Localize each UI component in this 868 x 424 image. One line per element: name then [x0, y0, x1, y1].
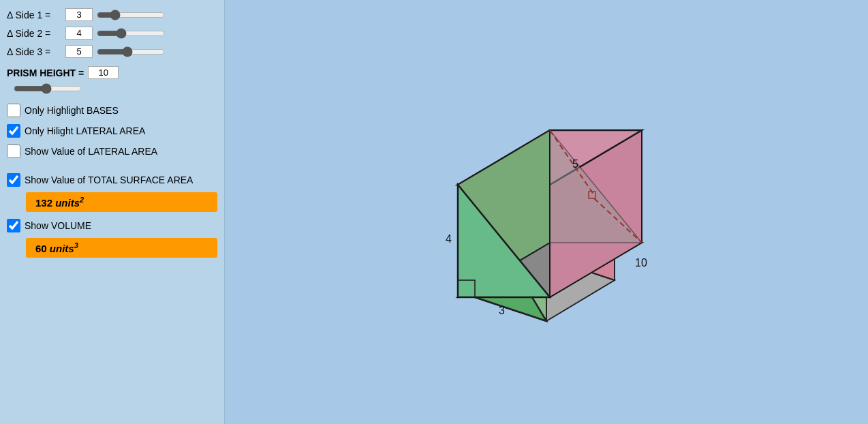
cb-show-lateral[interactable] — [7, 145, 20, 158]
height-label: PRISM HEIGHT = — [7, 67, 84, 78]
cb-bases[interactable] — [7, 104, 20, 117]
height-slider[interactable] — [14, 83, 82, 94]
side1-slider[interactable] — [97, 10, 165, 20]
height-row: PRISM HEIGHT = — [7, 66, 217, 79]
cb-show-lateral-label: Show Value of LATERAL AREA — [25, 146, 157, 157]
total-area-unit: units2 — [55, 197, 84, 209]
cb-show-lateral-row: Show Value of LATERAL AREA — [7, 145, 217, 158]
cb-show-volume-row: Show VOLUME — [7, 219, 217, 232]
side3-slider[interactable] — [97, 46, 165, 57]
side1-row: Δ Side 1 = — [7, 8, 217, 21]
side3-row: Δ Side 3 = — [7, 45, 217, 58]
side3-label: Δ Side 3 = — [7, 46, 61, 57]
label-4: 4 — [446, 233, 452, 245]
volume-unit: units3 — [50, 243, 78, 254]
volume-value: 60 — [35, 243, 47, 254]
side1-label: Δ Side 1 = — [7, 10, 61, 20]
total-area-badge: 132 units2 — [26, 192, 217, 212]
side2-input[interactable] — [65, 27, 93, 40]
main-area: 4 5 10 3 — [225, 0, 868, 424]
cb-lateral[interactable] — [7, 124, 20, 138]
prism-geometry: 4 5 10 3 — [446, 130, 647, 316]
total-area-value: 132 — [35, 197, 52, 209]
cb-lateral-row: Only Hilight LATERAL AREA — [7, 124, 217, 138]
cb-show-total-label: Show Value of TOTAL SURFACE AREA — [25, 175, 193, 185]
label-5: 5 — [572, 158, 578, 170]
cb-show-volume[interactable] — [7, 219, 20, 232]
side1-input[interactable] — [65, 8, 93, 21]
cb-show-volume-label: Show VOLUME — [25, 220, 91, 231]
cb-show-total-row: Show Value of TOTAL SURFACE AREA — [7, 173, 217, 187]
prism-svg: 4 5 10 3 — [403, 96, 689, 328]
cb-lateral-label: Only Hilight LATERAL AREA — [25, 125, 145, 136]
volume-badge: 60 units3 — [26, 238, 217, 258]
cb-bases-label: Only Highlight BASES — [25, 105, 119, 116]
side3-input[interactable] — [65, 45, 93, 58]
height-slider-row — [7, 83, 217, 94]
side2-label: Δ Side 2 = — [7, 28, 61, 39]
side2-slider[interactable] — [97, 28, 165, 39]
prism-diagram: 4 5 10 3 — [403, 96, 689, 328]
cb-bases-row: Only Highlight BASES — [7, 104, 217, 117]
sidebar: Δ Side 1 = Δ Side 2 = Δ Side 3 = PRISM H… — [0, 0, 225, 424]
label-3: 3 — [499, 305, 505, 316]
label-10: 10 — [635, 257, 647, 269]
cb-show-total[interactable] — [7, 173, 20, 187]
side2-row: Δ Side 2 = — [7, 27, 217, 40]
height-input[interactable] — [88, 66, 119, 79]
